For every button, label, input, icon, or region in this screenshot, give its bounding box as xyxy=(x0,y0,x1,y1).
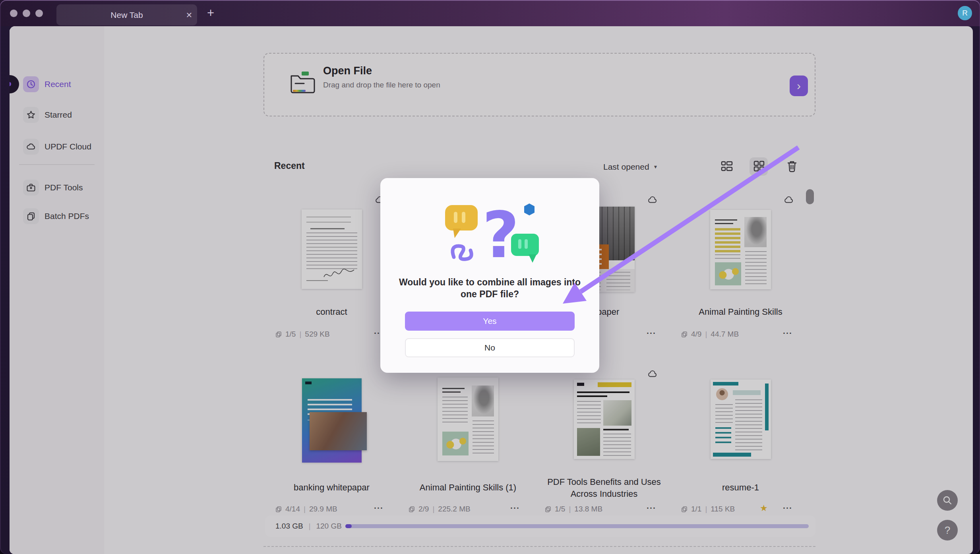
tab-title: New Tab xyxy=(56,10,181,20)
traffic-light-close[interactable] xyxy=(10,10,17,17)
browser-tab[interactable]: New Tab ✕ xyxy=(56,4,197,25)
yes-button[interactable]: Yes xyxy=(405,312,575,331)
traffic-light-zoom[interactable] xyxy=(35,10,43,17)
svg-text:?: ? xyxy=(482,198,519,268)
traffic-light-minimize[interactable] xyxy=(23,10,30,17)
new-tab-button[interactable]: + xyxy=(204,7,217,21)
avatar[interactable]: R xyxy=(958,6,972,20)
dialog-question-line1: Would you like to combine all images int… xyxy=(380,276,599,288)
updf-app-window: New Tab ✕ + R Recent Starred xyxy=(0,0,980,554)
tab-close-icon[interactable]: ✕ xyxy=(181,10,197,20)
dialog-question: Would you like to combine all images int… xyxy=(380,276,599,300)
combine-images-dialog: ? Would you like to combine all images i… xyxy=(380,178,599,373)
titlebar: New Tab ✕ + R xyxy=(0,0,980,26)
dialog-question-line2: one PDF file? xyxy=(380,288,599,300)
question-illustration: ? xyxy=(433,197,548,268)
no-button[interactable]: No xyxy=(405,338,575,357)
